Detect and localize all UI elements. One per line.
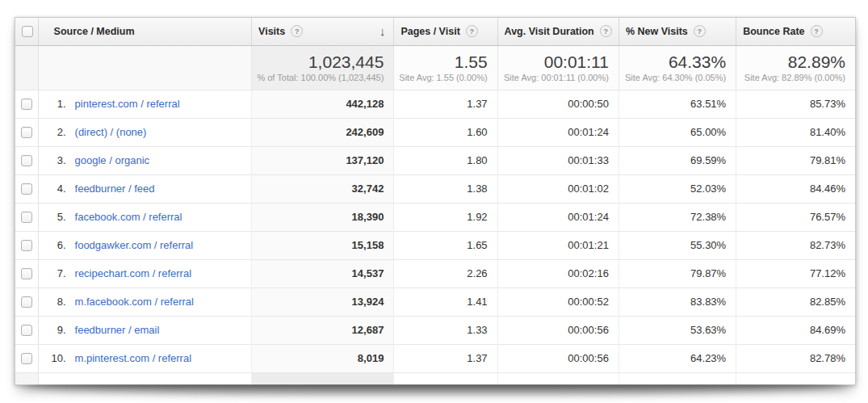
checkbox-cell (15, 118, 38, 146)
row-checkbox[interactable] (21, 127, 32, 138)
avg-visit-duration-value: 00:01:33 (497, 146, 619, 174)
row-checkbox[interactable] (21, 183, 32, 195)
bounce-rate-summary: 82.89% Site Avg: 82.89% (0.00%) (736, 45, 855, 90)
bounce-rate-value: 82.78% (736, 344, 855, 372)
row-rank: 4. (44, 183, 66, 195)
pages-visit-value: 1.33 (394, 316, 497, 344)
footer-cell (38, 372, 252, 384)
new-visits-value: 83.83% (619, 288, 736, 316)
source-medium-link[interactable]: recipechart.com / referral (75, 267, 192, 279)
table-row: 1.pinterest.com / referral 442,128 1.37 … (15, 90, 855, 118)
source-medium-link[interactable]: m.pinterest.com / referral (75, 352, 192, 364)
table-row: 4.feedburner / feed 32,742 1.38 00:01:02… (15, 174, 855, 203)
pages-visit-value: 1.37 (394, 90, 497, 118)
visits-value: 32,742 (252, 174, 394, 203)
avg-visit-duration-total-sub: Site Avg: 00:01:11 (0.00%) (501, 73, 609, 82)
avg-visit-duration-value: 00:02:16 (497, 259, 619, 288)
checkbox-cell (15, 288, 38, 316)
checkbox-cell (15, 316, 38, 344)
visits-value: 13,924 (252, 288, 394, 316)
column-header-source-medium[interactable]: Source / Medium (38, 18, 252, 45)
select-all-checkbox[interactable] (22, 26, 33, 37)
new-visits-summary: 64.33% Site Avg: 64.30% (0.05%) (619, 45, 736, 90)
column-header-avg-visit-duration[interactable]: Avg. Visit Duration ? (497, 18, 619, 45)
row-checkbox[interactable] (21, 212, 32, 223)
help-icon[interactable]: ? (291, 25, 303, 37)
avg-visit-duration-header-label: Avg. Visit Duration (505, 26, 594, 37)
checkbox-cell (15, 203, 38, 231)
header-row: Source / Medium Visits ? ↓ Pages / Visit… (15, 18, 855, 45)
source-medium-link[interactable]: feedburner / feed (75, 183, 155, 195)
source-medium-link[interactable]: foodgawker.com / referral (75, 239, 194, 251)
new-visits-value: 63.51% (619, 90, 736, 118)
pages-visit-value: 1.80 (394, 146, 497, 174)
pages-visit-summary: 1.55 Site Avg: 1.55 (0.00%) (394, 45, 497, 90)
avg-visit-duration-value: 00:01:21 (497, 231, 619, 259)
visits-value: 18,390 (252, 203, 394, 231)
bounce-rate-total-sub: Site Avg: 82.89% (0.00%) (740, 73, 845, 82)
help-icon[interactable]: ? (694, 25, 706, 37)
visits-value: 12,687 (252, 316, 394, 344)
footer-cell (619, 372, 736, 384)
help-icon[interactable]: ? (600, 25, 612, 37)
source-cell: 7.recipechart.com / referral (38, 259, 252, 288)
row-checkbox[interactable] (21, 353, 32, 364)
summary-row: 1,023,445 % of Total: 100.00% (1,023,445… (15, 45, 855, 90)
table-row: 9.feedburner / email 12,687 1.33 00:00:5… (15, 316, 855, 344)
row-rank: 3. (44, 154, 66, 166)
bounce-rate-value: 76.57% (736, 203, 855, 231)
help-icon[interactable]: ? (466, 25, 478, 37)
summary-empty-cell (38, 45, 252, 90)
row-checkbox[interactable] (21, 325, 32, 336)
table-row: 8.m.facebook.com / referral 13,924 1.41 … (15, 288, 855, 316)
source-cell: 8.m.facebook.com / referral (38, 288, 252, 316)
table-row: 3.google / organic 137,120 1.80 00:01:33… (15, 146, 855, 174)
source-medium-link[interactable]: pinterest.com / referral (75, 98, 180, 110)
summary-empty-cell (15, 45, 38, 90)
row-checkbox[interactable] (21, 155, 32, 166)
row-checkbox[interactable] (21, 268, 32, 279)
select-all-cell (15, 18, 38, 45)
avg-visit-duration-value: 00:00:56 (497, 316, 619, 344)
sort-descending-icon[interactable]: ↓ (379, 24, 388, 38)
column-header-bounce-rate[interactable]: Bounce Rate ? (736, 18, 855, 45)
source-cell: 3.google / organic (38, 146, 252, 174)
table-row: 2.(direct) / (none) 242,609 1.60 00:01:2… (15, 118, 855, 146)
pages-visit-value: 1.65 (394, 231, 497, 259)
source-cell: 2.(direct) / (none) (38, 118, 252, 146)
table-row: 5.facebook.com / referral 18,390 1.92 00… (15, 203, 855, 231)
new-visits-value: 53.63% (619, 316, 736, 344)
help-icon[interactable]: ? (811, 25, 823, 37)
row-checkbox[interactable] (21, 99, 32, 110)
source-medium-link[interactable]: (direct) / (none) (75, 126, 147, 138)
footer-cell-sorted-column (252, 372, 394, 384)
bounce-rate-value: 77.12% (736, 259, 855, 288)
source-medium-link[interactable]: google / organic (75, 154, 150, 166)
avg-visit-duration-value: 00:01:02 (497, 174, 619, 203)
source-cell: 9.feedburner / email (38, 316, 252, 344)
row-rank: 6. (44, 239, 66, 251)
table-row: 7.recipechart.com / referral 14,537 2.26… (15, 259, 855, 288)
visits-value: 137,120 (252, 146, 394, 174)
row-rank: 9. (44, 324, 66, 336)
table-footer-strip (15, 372, 855, 384)
avg-visit-duration-value: 00:00:56 (497, 344, 619, 372)
column-header-visits[interactable]: Visits ? ↓ (252, 18, 394, 45)
column-header-new-visits[interactable]: % New Visits ? (619, 18, 736, 45)
row-rank: 1. (44, 98, 66, 110)
row-checkbox[interactable] (21, 240, 32, 251)
avg-visit-duration-total: 00:01:11 (501, 52, 609, 72)
column-header-pages-visit[interactable]: Pages / Visit ? (394, 18, 497, 45)
source-medium-link[interactable]: feedburner / email (75, 324, 160, 336)
new-visits-value: 72.38% (619, 203, 736, 231)
table-row: 6.foodgawker.com / referral 15,158 1.65 … (15, 231, 855, 259)
source-medium-link[interactable]: m.facebook.com / referral (75, 296, 194, 308)
source-cell: 10.m.pinterest.com / referral (38, 344, 252, 372)
visits-value: 15,158 (252, 231, 394, 259)
source-medium-link[interactable]: facebook.com / referral (75, 211, 182, 223)
new-visits-value: 64.23% (619, 344, 736, 372)
bounce-rate-value: 84.69% (736, 316, 855, 344)
pages-visit-value: 1.41 (394, 288, 497, 316)
row-checkbox[interactable] (21, 296, 32, 308)
avg-visit-duration-summary: 00:01:11 Site Avg: 00:01:11 (0.00%) (497, 45, 619, 90)
